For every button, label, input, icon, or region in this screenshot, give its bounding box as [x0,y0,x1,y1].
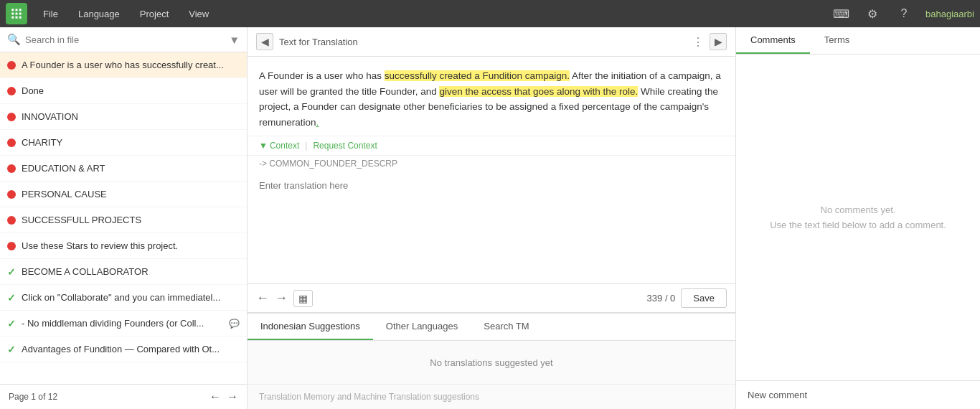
list-item-text: Advantages of Fundition — Compared with … [22,344,220,354]
status-check-green: ✓ [7,292,16,304]
sidebar: 🔍 ▼ A Founder is a user who has successf… [0,27,248,409]
apps-icon[interactable] [6,3,27,24]
list-item-text: Done [22,85,44,96]
context-label[interactable]: ▼ Context [259,141,299,151]
svg-rect-6 [11,17,14,19]
svg-rect-1 [16,9,18,11]
right-panel-content: No comments yet. Use the text field belo… [736,55,980,380]
list-item-text: SUCCESSFULL PROJECTS [22,215,141,225]
status-dot-red [7,113,16,121]
status-dot-red [7,216,16,225]
new-comment-bar[interactable]: New comment [736,380,980,409]
list-item-text: EDUCATION & ART [22,163,105,174]
status-dot-red [7,61,16,70]
list-item[interactable]: INNOVATION [0,104,247,130]
request-context-link[interactable]: Request Context [313,141,377,151]
svg-rect-2 [19,9,22,11]
list-item-text: INNOVATION [22,111,78,122]
more-options-icon[interactable]: ⋮ [692,35,704,49]
tab-other-languages[interactable]: Other Languages [373,314,471,340]
search-bar: 🔍 ▼ [0,27,247,52]
tab-indonesian[interactable]: Indonesian Suggestions [248,314,373,340]
tab-comments[interactable]: Comments [736,27,810,54]
help-icon[interactable]: ? [894,4,914,24]
context-key: -> COMMON_FOUNDER_DESCRP [248,156,735,171]
list-item[interactable]: SUCCESSFULL PROJECTS [0,207,247,233]
search-input[interactable] [25,34,225,45]
list-item[interactable]: Use these Stars to review this project. [0,233,247,259]
menu-file[interactable]: File [34,4,67,24]
pagination-nav: ← → [209,390,238,403]
trans-header-icons: ⋮ ▶ [692,33,727,50]
pagination-label: Page 1 of 12 [9,392,57,402]
list-item[interactable]: EDUCATION & ART [0,156,247,182]
sidebar-footer: Page 1 of 12 ← → [0,384,247,409]
list-items: A Founder is a user who has successfully… [0,52,247,384]
comment-icon: 💬 [229,319,240,329]
char-count: 339 / 0 [647,293,676,304]
menu-language[interactable]: Language [70,4,128,24]
search-icon: 🔍 [7,33,21,46]
svg-rect-0 [11,9,14,11]
status-dot-red [7,138,16,147]
right-tabs-bar: Comments Terms [736,27,980,55]
next-string-btn[interactable]: → [275,291,288,306]
settings-icon[interactable]: ⚙ [862,4,882,24]
highlight-1: successfully created a Fundition campaig… [385,70,570,81]
no-comments-line2: Use the text field below to add a commen… [770,220,946,230]
menu-view[interactable]: View [180,4,217,24]
copy-source-btn[interactable]: ▦ [293,290,313,307]
list-item[interactable]: A Founder is a user who has successfully… [0,52,247,78]
collapse-sidebar-btn[interactable]: ◀ [256,33,273,50]
status-check-green: ✓ [7,266,16,278]
keyboard-icon[interactable]: ⌨ [831,4,851,24]
translation-memory-bar: Translation Memory and Machine Translati… [248,384,735,409]
translation-area: ◀ Text for Translation ⋮ ▶ A Founder is … [248,27,736,409]
svg-rect-7 [16,17,18,19]
save-button[interactable]: Save [681,288,727,308]
status-check-green: ✓ [7,344,16,355]
context-bar: ▼ Context | Request Context [248,136,735,156]
next-page-btn[interactable]: → [227,390,238,403]
no-suggestions-label: No translations suggested yet [430,357,552,368]
list-item-text: CHARITY [22,137,62,148]
source-text: A Founder is a user who has successfully… [248,57,735,136]
tab-search-tm[interactable]: Search TM [471,314,542,340]
highlight-2: given the access that goes along with th… [439,86,638,97]
list-item-text: Use these Stars to review this project. [22,240,178,251]
svg-rect-8 [19,17,22,19]
tab-terms[interactable]: Terms [810,27,864,54]
list-item[interactable]: ✓Advantages of Fundition — Compared with… [0,337,247,362]
expand-panel-btn[interactable]: ▶ [710,33,727,50]
main-layout: 🔍 ▼ A Founder is a user who has successf… [0,27,980,409]
list-item[interactable]: PERSONAL CAUSE [0,182,247,207]
svg-rect-3 [11,13,14,15]
svg-rect-4 [16,13,18,15]
prev-string-btn[interactable]: ← [256,291,269,306]
list-item[interactable]: ✓Click on "Collaborate" and you can imme… [0,285,247,311]
suggestions-tabs-bar: Indonesian Suggestions Other Languages S… [248,314,735,341]
right-panel: Comments Terms No comments yet. Use the … [736,27,980,409]
prev-page-btn[interactable]: ← [209,390,221,403]
trans-toolbar: ← → ▦ 339 / 0 Save [248,283,735,313]
filter-icon[interactable]: ▼ [229,34,240,46]
list-item-text: A Founder is a user who has successfully… [22,60,224,70]
list-item-text: Click on "Collaborate" and you can immed… [22,292,220,303]
list-item-text: BECOME A COLLABORATOR [22,266,149,277]
list-item[interactable]: CHARITY [0,130,247,156]
list-item-text: - No middleman dividing Founders (or Col… [22,318,204,329]
svg-rect-5 [19,13,22,15]
menu-project[interactable]: Project [131,4,177,24]
status-check-green: ✓ [7,318,16,329]
context-separator: | [305,141,307,151]
list-item[interactable]: Done [0,78,247,104]
list-item-text: PERSONAL CAUSE [22,189,107,199]
translation-input[interactable] [248,171,735,283]
suggestions-content: No translations suggested yet [248,341,735,384]
no-comments-line1: No comments yet. [821,204,896,215]
trans-header: ◀ Text for Translation ⋮ ▶ [248,27,735,57]
list-item[interactable]: ✓BECOME A COLLABORATOR [0,259,247,285]
status-dot-red [7,164,16,173]
list-item[interactable]: ✓- No middleman dividing Founders (or Co… [0,311,247,337]
user-label[interactable]: bahagiaarbi [925,9,974,19]
